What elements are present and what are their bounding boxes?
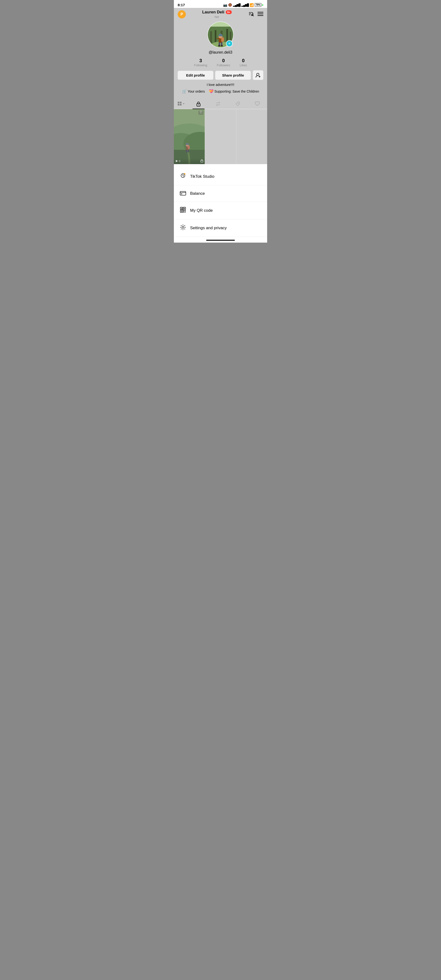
edit-profile-button[interactable]: Edit profile <box>178 71 213 80</box>
settings-item[interactable]: Settings and privacy <box>174 220 267 237</box>
svg-point-59 <box>182 226 184 228</box>
svg-rect-19 <box>221 42 222 45</box>
nav-avatar[interactable]: P <box>178 10 186 18</box>
home-indicator <box>206 240 235 241</box>
camera-status-icon: 📷 <box>223 3 227 7</box>
stat-following-label: Following <box>194 64 207 67</box>
charity-link[interactable]: 💝 Supporting: Save the Children <box>209 89 259 94</box>
top-nav: P Lauren Deli 9+ her <box>174 8 267 20</box>
balance-icon <box>179 190 186 197</box>
tiktok-studio-item[interactable]: TikTok Studio <box>174 168 267 185</box>
tiktok-studio-icon <box>179 173 186 180</box>
orders-label: Your orders <box>188 89 205 93</box>
phone-wrapper: 8:17 📷 🔕 ▂▄▆█ ▂▄▆█ 📶 79% P <box>174 0 267 243</box>
svg-point-46 <box>184 173 186 174</box>
stat-likes[interactable]: 0 Likes <box>240 58 247 67</box>
stat-following-number: 3 <box>199 58 202 64</box>
orders-link[interactable]: 🛒 Your orders <box>182 89 205 94</box>
avatar-wrapper[interactable]: + <box>207 22 234 48</box>
nav-right <box>248 11 263 18</box>
nav-center: Lauren Deli 9+ her <box>202 10 232 19</box>
battery-dot <box>262 4 263 6</box>
bottom-sheet: TikTok Studio Balance <box>174 164 267 241</box>
notification-badge[interactable]: 9+ <box>226 10 232 14</box>
tabs-row <box>174 99 267 109</box>
stats-row: 3 Following 0 Followers 0 Likes <box>178 58 263 67</box>
add-icon: + <box>228 41 231 46</box>
heart-icon: 💝 <box>209 89 214 94</box>
nav-username: Lauren Deli 9+ <box>202 10 232 14</box>
share-profile-button[interactable]: Share profile <box>215 71 251 80</box>
tab-tagged[interactable] <box>228 99 247 109</box>
stat-followers-label: Followers <box>217 64 230 67</box>
tab-grid[interactable] <box>174 99 189 108</box>
stat-followers-number: 0 <box>222 58 225 64</box>
tab-private[interactable] <box>189 99 208 109</box>
svg-rect-58 <box>185 212 186 212</box>
settings-label: Settings and privacy <box>190 226 227 231</box>
stat-likes-label: Likes <box>240 64 247 67</box>
profile-handle: @lauren.deli3 <box>209 50 232 54</box>
wifi-icon: 📶 <box>250 3 254 7</box>
svg-point-30 <box>198 105 199 105</box>
svg-rect-57 <box>183 212 184 212</box>
nav-username-text: Lauren Deli <box>202 10 224 14</box>
tiktok-studio-label: TikTok Studio <box>190 174 214 179</box>
action-row: Edit profile Share profile <box>178 70 263 80</box>
svg-rect-54 <box>181 211 182 212</box>
nav-pronoun: her <box>215 15 219 19</box>
svg-rect-26 <box>180 102 181 103</box>
profile-content: + @lauren.deli3 3 Following 0 Followers … <box>174 20 267 99</box>
svg-rect-55 <box>183 210 184 211</box>
status-time: 8:17 <box>178 3 185 7</box>
video-grid: 0 <box>174 109 267 164</box>
settings-icon <box>179 224 186 232</box>
svg-rect-52 <box>181 208 182 209</box>
qr-code-item[interactable]: My QR code <box>174 202 267 220</box>
svg-rect-28 <box>180 104 181 105</box>
cart-icon: 🛒 <box>182 89 187 94</box>
battery-text: 79% <box>255 3 262 7</box>
video-cell-overlay <box>174 109 205 164</box>
svg-rect-47 <box>180 191 186 195</box>
video-cell-2 <box>205 109 236 164</box>
video-cell-3 <box>236 109 267 164</box>
svg-line-1 <box>253 15 254 16</box>
svg-rect-48 <box>181 194 182 194</box>
svg-rect-15 <box>217 38 219 39</box>
qr-code-icon <box>179 207 186 215</box>
svg-point-22 <box>257 73 259 76</box>
avatar-add-button[interactable]: + <box>226 40 233 47</box>
svg-rect-20 <box>218 45 220 46</box>
status-bar: 8:17 📷 🔕 ▂▄▆█ ▂▄▆█ 📶 79% <box>174 0 267 8</box>
tab-repost[interactable] <box>208 99 228 109</box>
bio-text: I love adventure!!!! <box>207 83 234 87</box>
svg-rect-7 <box>210 31 212 45</box>
discover-icon[interactable] <box>248 11 254 18</box>
nav-avatar-initial: P <box>181 12 183 16</box>
stat-likes-number: 0 <box>242 58 245 64</box>
signal2-icon: ▂▄▆█ <box>241 3 249 7</box>
charity-label: Supporting: Save the Children <box>214 89 259 93</box>
profile-area: P Lauren Deli 9+ her <box>174 8 267 164</box>
svg-rect-18 <box>219 42 220 45</box>
svg-rect-53 <box>184 208 185 209</box>
balance-item[interactable]: Balance <box>174 185 267 202</box>
status-icons: 📷 🔕 ▂▄▆█ ▂▄▆█ 📶 79% <box>223 3 263 7</box>
tab-liked[interactable] <box>247 99 267 109</box>
svg-rect-17 <box>221 38 224 41</box>
mute-icon: 🔕 <box>228 3 232 7</box>
qr-code-label: My QR code <box>190 208 213 213</box>
stat-following[interactable]: 3 Following <box>194 58 207 67</box>
stat-followers[interactable]: 0 Followers <box>217 58 230 67</box>
signal-icon: ▂▄▆█ <box>233 3 240 7</box>
battery-icon: 79% <box>255 3 263 7</box>
links-row: 🛒 Your orders 💝 Supporting: Save the Chi… <box>182 89 259 94</box>
svg-rect-56 <box>185 210 186 211</box>
svg-rect-27 <box>178 104 179 105</box>
video-cell-1[interactable]: 0 <box>174 109 205 164</box>
hamburger-icon[interactable] <box>258 11 263 18</box>
svg-rect-21 <box>221 45 223 46</box>
svg-rect-25 <box>178 102 179 103</box>
add-friend-button[interactable] <box>253 70 263 80</box>
